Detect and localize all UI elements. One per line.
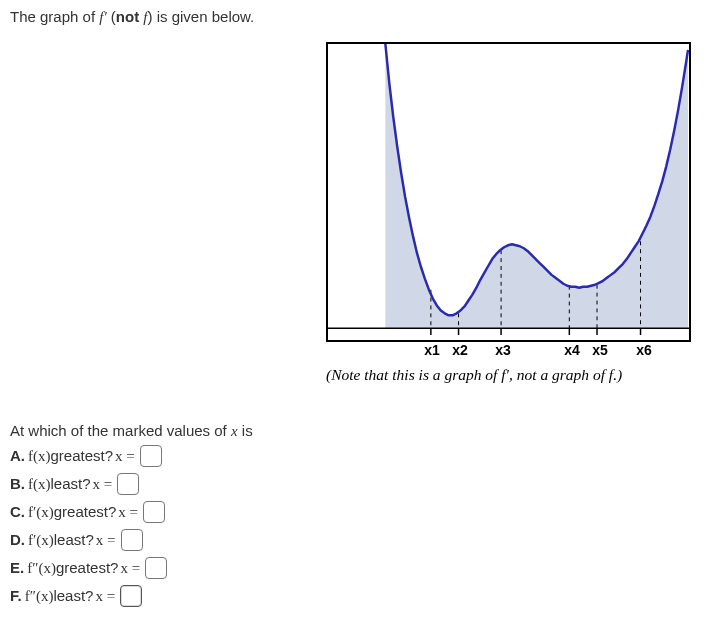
question-letter: E. <box>10 556 24 580</box>
chart-block: x1x2x3x4x5x6 (Note that this is a graph … <box>326 42 696 384</box>
answer-input-d[interactable] <box>121 529 143 551</box>
chart-frame: x1x2x3x4x5x6 <box>326 42 691 342</box>
x-tick-label: x6 <box>636 342 652 358</box>
question-letter: C. <box>10 500 25 524</box>
question-letter: D. <box>10 528 25 552</box>
chart-caption: (Note that this is a graph of f′, not a … <box>326 366 696 384</box>
answer-input-b[interactable] <box>117 473 139 495</box>
answer-input-a[interactable] <box>140 445 162 467</box>
x-equals: x = <box>118 500 138 524</box>
x-tick-label: x5 <box>592 342 608 358</box>
question-letter: F. <box>10 584 22 608</box>
function-expr: f(x) <box>28 472 51 496</box>
question-row: F. f″(x) least? x = <box>10 584 253 608</box>
question-intro: At which of the marked values of x is <box>10 422 253 440</box>
question-block: At which of the marked values of x is A.… <box>10 422 253 612</box>
x-equals: x = <box>120 556 140 580</box>
question-row: D. f′(x) least? x = <box>10 528 253 552</box>
answer-input-f[interactable] <box>120 585 142 607</box>
chart-svg <box>328 44 689 340</box>
question-row: A. f(x) greatest? x = <box>10 444 253 468</box>
question-row: C. f′(x) greatest? x = <box>10 500 253 524</box>
function-expr: f′(x) <box>28 528 54 552</box>
question-letter: A. <box>10 444 25 468</box>
question-row: E. f″(x) greatest? x = <box>10 556 253 580</box>
x-tick-label: x2 <box>452 342 468 358</box>
answer-input-e[interactable] <box>145 557 167 579</box>
x-equals: x = <box>115 444 135 468</box>
function-expr: f′(x) <box>28 500 54 524</box>
which-text: greatest? <box>56 556 119 580</box>
chart-fill <box>385 44 688 328</box>
which-text: greatest? <box>54 500 117 524</box>
which-text: least? <box>53 584 93 608</box>
which-text: greatest? <box>51 444 114 468</box>
function-expr: f″(x) <box>27 556 56 580</box>
x-axis-labels: x1x2x3x4x5x6 <box>328 342 689 360</box>
answer-input-c[interactable] <box>143 501 165 523</box>
function-expr: f(x) <box>28 444 51 468</box>
x-tick-label: x1 <box>424 342 440 358</box>
x-equals: x = <box>95 584 115 608</box>
x-tick-label: x4 <box>564 342 580 358</box>
question-letter: B. <box>10 472 25 496</box>
prompt-text: The graph of f′ (not f) is given below. <box>10 8 254 26</box>
x-equals: x = <box>96 528 116 552</box>
function-expr: f″(x) <box>25 584 54 608</box>
which-text: least? <box>51 472 91 496</box>
x-equals: x = <box>93 472 113 496</box>
question-row: B. f(x) least? x = <box>10 472 253 496</box>
which-text: least? <box>54 528 94 552</box>
x-tick-label: x3 <box>495 342 511 358</box>
